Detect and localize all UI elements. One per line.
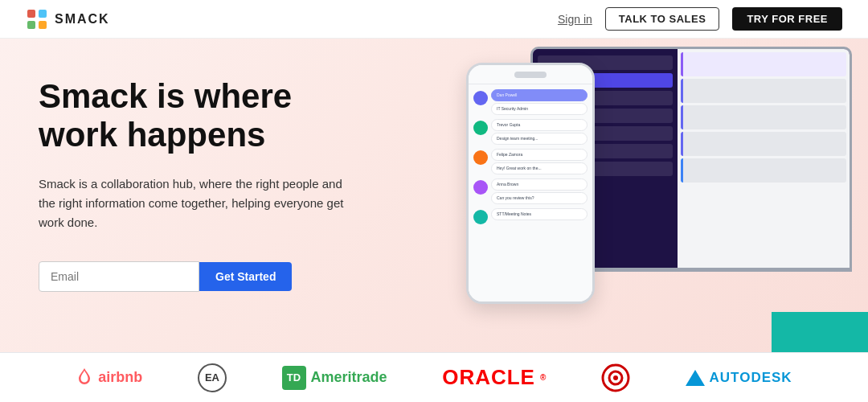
laptop-msg-4 — [681, 132, 846, 156]
talk-to-sales-button[interactable]: TALK TO SALES — [605, 7, 720, 31]
phone-bubble-4: Felipe Zamora — [491, 149, 588, 161]
phone-msg-2: Trevor Gupta Design team meeting... — [473, 119, 588, 145]
target-icon — [601, 363, 630, 392]
oracle-label: ORACLE — [442, 365, 535, 390]
svg-point-6 — [613, 375, 618, 380]
laptop-main-content — [678, 49, 850, 269]
email-form: Get Started — [39, 261, 370, 292]
phone-avatar-4 — [473, 180, 488, 195]
phone-top-bar — [469, 65, 592, 84]
phone-avatar-3 — [473, 150, 488, 165]
phone-msg-3: Felipe Zamora Hey! Great work on the... — [473, 149, 588, 174]
phone-bubble-stack-5: STT/Meeting Notes — [491, 208, 588, 220]
ea-icon: EA — [198, 363, 227, 392]
airbnb-label: airbnb — [98, 369, 142, 386]
hero-section: Smack is where work happens Smack is a c… — [0, 39, 868, 352]
phone-bubble-stack-2: Trevor Gupta Design team meeting... — [491, 119, 588, 145]
phone-msg-4: Anna Brown Can you review this? — [473, 178, 588, 204]
logo-item-ea: EA — [198, 363, 227, 392]
phone-avatar-5 — [473, 210, 488, 224]
phone-msg-1: Dan Powell IT Security Admin — [473, 89, 588, 115]
phone-bubble-3: Design team meeting... — [491, 133, 588, 145]
phone-bubble-highlight: Dan Powell — [491, 89, 588, 101]
phone-avatar-1 — [473, 91, 488, 105]
sign-in-link[interactable]: Sign in — [558, 13, 592, 26]
logos-bar: airbnb EA TD Ameritrade ORACLE ® AUTODES… — [0, 352, 868, 402]
phone-notch — [514, 72, 547, 78]
laptop-msg-2 — [681, 79, 846, 103]
phone-bubble-stack-4: Anna Brown Can you review this? — [491, 178, 588, 204]
teal-accent-decoration — [772, 312, 868, 352]
autodesk-label: AUTODESK — [710, 370, 792, 386]
email-input[interactable] — [39, 261, 199, 292]
phone-bubble-2: Trevor Gupta — [491, 119, 588, 131]
phone-bubble-7: Can you review this? — [491, 192, 588, 204]
airbnb-icon — [76, 368, 93, 388]
phone-bubble-8: STT/Meeting Notes — [491, 208, 588, 220]
logo-item-oracle: ORACLE ® — [442, 365, 546, 390]
logo-item-airbnb: airbnb — [76, 368, 142, 388]
hero-title: Smack is where work happens — [39, 77, 370, 155]
laptop-msg-3 — [681, 105, 846, 129]
phone-bubble-6: Anna Brown — [491, 178, 588, 191]
logo-item-td-ameritrade: TD Ameritrade — [282, 366, 387, 390]
svg-rect-0 — [27, 10, 35, 18]
laptop-msg-5 — [681, 158, 846, 183]
logo-item-target — [601, 363, 630, 392]
phone-avatar-2 — [473, 121, 488, 135]
ameritrade-label: Ameritrade — [311, 369, 387, 386]
logo-area: SMACK — [26, 8, 110, 31]
svg-rect-1 — [39, 10, 47, 18]
autodesk-icon — [686, 370, 705, 386]
laptop-msg-1 — [681, 52, 846, 76]
phone-bubble-stack-1: Dan Powell IT Security Admin — [491, 89, 588, 115]
phone-chat-area: Dan Powell IT Security Admin Trevor Gupt… — [469, 84, 592, 304]
hero-subtitle: Smack is a collaboration hub, where the … — [39, 174, 344, 232]
phone-mockup: Dan Powell IT Security Admin Trevor Gupt… — [466, 63, 595, 304]
phone-bubble-stack-3: Felipe Zamora Hey! Great work on the... — [491, 149, 588, 174]
phone-bubble-1: IT Security Admin — [491, 103, 588, 115]
smack-logo-icon — [26, 8, 48, 31]
try-for-free-button[interactable]: TRY FOR FREE — [732, 7, 842, 31]
hero-right: Dan Powell IT Security Admin Trevor Gupt… — [402, 39, 868, 352]
nav-right: Sign in TALK TO SALES TRY FOR FREE — [558, 7, 842, 31]
phone-msg-5: STT/Meeting Notes — [473, 208, 588, 224]
logo-text: SMACK — [55, 12, 110, 27]
navbar: SMACK Sign in TALK TO SALES TRY FOR FREE — [0, 0, 868, 39]
td-icon: TD — [282, 366, 306, 390]
get-started-button[interactable]: Get Started — [199, 262, 292, 291]
hero-left: Smack is where work happens Smack is a c… — [0, 39, 402, 352]
svg-rect-3 — [39, 21, 47, 29]
logo-item-autodesk: AUTODESK — [686, 370, 792, 386]
svg-rect-2 — [27, 21, 35, 29]
phone-bubble-5: Hey! Great work on the... — [491, 162, 588, 174]
oracle-registered: ® — [540, 373, 546, 382]
